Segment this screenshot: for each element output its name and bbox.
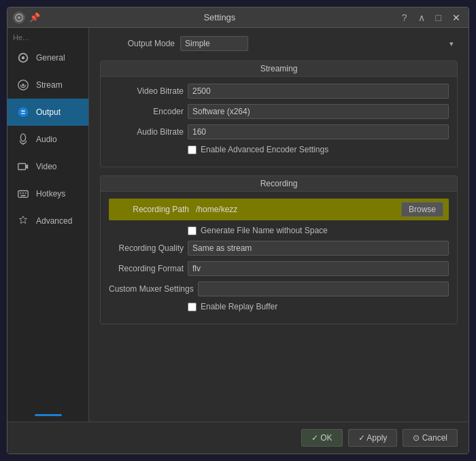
sidebar-label-output: Output bbox=[36, 107, 61, 117]
apply-button[interactable]: ✓ Apply bbox=[348, 429, 398, 447]
output-mode-label: Output Mode bbox=[100, 39, 175, 48]
recording-path-row: Recording Path Browse bbox=[109, 199, 449, 220]
sidebar-item-hotkeys[interactable]: Hotkeys bbox=[7, 180, 88, 207]
output-icon bbox=[16, 105, 31, 120]
video-icon bbox=[16, 159, 31, 174]
audio-bitrate-row: Audio Bitrate 96 128 160 192 256 320 bbox=[109, 124, 449, 139]
audio-icon bbox=[16, 132, 31, 147]
sidebar-label-video: Video bbox=[36, 162, 56, 171]
title-bar-controls: ? ∧ □ ✕ bbox=[399, 11, 463, 24]
encoder-select[interactable]: Software (x264) Hardware (NVENC) Hardwar… bbox=[188, 104, 449, 119]
close-button[interactable]: ✕ bbox=[449, 11, 463, 24]
generate-filename-row: Generate File Name without Space bbox=[109, 226, 449, 235]
ok-button[interactable]: ✓ OK bbox=[301, 429, 343, 447]
output-mode-row: Output Mode Simple Advanced bbox=[100, 36, 458, 51]
app-icon bbox=[13, 12, 25, 24]
cancel-button[interactable]: ⊙ Cancel bbox=[403, 429, 458, 447]
output-mode-select[interactable]: Simple Advanced bbox=[180, 36, 248, 51]
video-bitrate-control: 2500 bbox=[188, 84, 449, 99]
sidebar-header-text: He... bbox=[7, 31, 88, 44]
generate-filename-label[interactable]: Generate File Name without Space bbox=[201, 226, 328, 235]
stream-icon bbox=[16, 78, 31, 92]
video-bitrate-row: Video Bitrate 2500 bbox=[109, 84, 449, 99]
sidebar: He... General Stream Output bbox=[7, 28, 89, 422]
window-title: Settings bbox=[203, 12, 235, 22]
sidebar-item-audio[interactable]: Audio bbox=[7, 126, 88, 153]
settings-window: 📌 Settings ? ∧ □ ✕ He... General bbox=[7, 7, 469, 454]
recording-format-label: Recording Format bbox=[109, 264, 184, 273]
advanced-encoder-row: Enable Advanced Encoder Settings bbox=[109, 145, 449, 154]
sidebar-label-advanced: Advanced bbox=[36, 216, 72, 226]
video-bitrate-label: Video Bitrate bbox=[109, 86, 184, 96]
sidebar-item-stream[interactable]: Stream bbox=[7, 71, 88, 99]
svg-rect-9 bbox=[18, 191, 28, 198]
audio-bitrate-control: 96 128 160 192 256 320 bbox=[188, 124, 449, 139]
custom-muxer-control bbox=[198, 281, 449, 296]
sidebar-indicator bbox=[35, 414, 62, 416]
recording-path-input[interactable] bbox=[193, 203, 397, 216]
svg-rect-10 bbox=[20, 192, 22, 194]
streaming-section-title: Streaming bbox=[101, 61, 457, 77]
output-mode-select-wrapper: Simple Advanced bbox=[180, 36, 458, 51]
bottom-bar: ✓ OK ✓ Apply ⊙ Cancel bbox=[7, 422, 469, 454]
recording-section-title: Recording bbox=[101, 176, 457, 192]
sidebar-label-general: General bbox=[36, 53, 65, 63]
svg-point-6 bbox=[20, 134, 25, 141]
maximize-button[interactable]: □ bbox=[433, 11, 444, 24]
pin-icon: 📌 bbox=[29, 12, 40, 22]
content-area: He... General Stream Output bbox=[7, 28, 469, 422]
title-bar-left: 📌 bbox=[13, 12, 40, 24]
custom-muxer-label: Custom Muxer Settings bbox=[109, 284, 194, 294]
custom-muxer-row: Custom Muxer Settings bbox=[109, 281, 449, 296]
browse-button[interactable]: Browse bbox=[401, 202, 443, 217]
sidebar-item-general[interactable]: General bbox=[7, 44, 88, 71]
sidebar-item-output[interactable]: Output bbox=[7, 99, 88, 126]
main-panel: Output Mode Simple Advanced Streaming Vi… bbox=[89, 28, 469, 422]
sidebar-label-stream: Stream bbox=[36, 80, 63, 90]
advanced-icon bbox=[16, 214, 31, 228]
svg-rect-11 bbox=[22, 192, 24, 194]
svg-point-1 bbox=[18, 16, 20, 19]
streaming-section-body: Video Bitrate 2500 Encoder Software (x26… bbox=[101, 77, 457, 167]
recording-quality-control: Same as stream High Quality Indistinguis… bbox=[188, 241, 449, 256]
replay-buffer-row: Enable Replay Buffer bbox=[109, 302, 449, 311]
advanced-encoder-label[interactable]: Enable Advanced Encoder Settings bbox=[201, 145, 328, 154]
recording-format-row: Recording Format flv mp4 mov mkv ts m3u8 bbox=[109, 261, 449, 276]
recording-section: Recording Recording Path Browse Generate… bbox=[100, 175, 458, 324]
sidebar-item-advanced[interactable]: Advanced bbox=[7, 207, 88, 235]
recording-quality-select[interactable]: Same as stream High Quality Indistinguis… bbox=[188, 241, 449, 256]
title-bar: 📌 Settings ? ∧ □ ✕ bbox=[7, 7, 469, 28]
recording-format-select[interactable]: flv mp4 mov mkv ts m3u8 bbox=[188, 261, 449, 276]
sidebar-item-video[interactable]: Video bbox=[7, 153, 88, 180]
advanced-encoder-checkbox[interactable] bbox=[188, 146, 197, 154]
recording-format-control: flv mp4 mov mkv ts m3u8 bbox=[188, 261, 449, 276]
recording-quality-label: Recording Quality bbox=[109, 243, 184, 253]
video-bitrate-select[interactable]: 2500 bbox=[188, 84, 449, 99]
recording-path-label: Recording Path bbox=[114, 205, 189, 214]
svg-point-4 bbox=[22, 84, 24, 86]
svg-point-5 bbox=[18, 107, 28, 117]
recording-section-body: Recording Path Browse Generate File Name… bbox=[101, 192, 457, 324]
encoder-label: Encoder bbox=[109, 107, 184, 116]
minimize-button[interactable]: ∧ bbox=[415, 11, 428, 24]
recording-quality-row: Recording Quality Same as stream High Qu… bbox=[109, 241, 449, 256]
help-button[interactable]: ? bbox=[399, 11, 410, 24]
sidebar-label-audio: Audio bbox=[36, 135, 57, 144]
audio-bitrate-select[interactable]: 96 128 160 192 256 320 bbox=[188, 124, 449, 139]
replay-buffer-checkbox[interactable] bbox=[188, 303, 197, 311]
sidebar-label-hotkeys: Hotkeys bbox=[36, 189, 65, 199]
audio-bitrate-label: Audio Bitrate bbox=[109, 127, 184, 137]
encoder-control: Software (x264) Hardware (NVENC) Hardwar… bbox=[188, 104, 449, 119]
svg-point-2 bbox=[22, 56, 25, 60]
streaming-section: Streaming Video Bitrate 2500 Encoder bbox=[100, 61, 458, 167]
svg-rect-12 bbox=[25, 192, 27, 194]
svg-rect-13 bbox=[20, 195, 25, 197]
hotkeys-icon bbox=[16, 186, 31, 201]
svg-rect-8 bbox=[18, 164, 26, 170]
replay-buffer-label[interactable]: Enable Replay Buffer bbox=[201, 302, 277, 311]
encoder-row: Encoder Software (x264) Hardware (NVENC)… bbox=[109, 104, 449, 119]
generate-filename-checkbox[interactable] bbox=[188, 226, 197, 235]
general-icon bbox=[16, 50, 31, 65]
custom-muxer-input[interactable] bbox=[198, 281, 449, 296]
